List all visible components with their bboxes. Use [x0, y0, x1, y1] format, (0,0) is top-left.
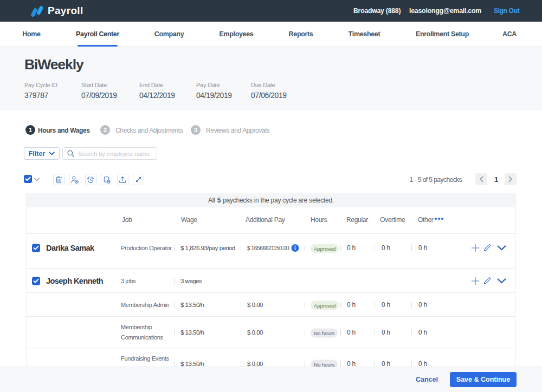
col-header-additional-pay: Additional Pay	[246, 216, 285, 224]
collapse-row-button[interactable]	[497, 278, 506, 284]
additional-pay-cell: $ 0.00	[247, 329, 263, 336]
meta-value-end-date: 04/12/2019	[139, 92, 175, 100]
overtime-hours-cell: 0 h	[382, 244, 390, 252]
column-divider	[340, 330, 341, 336]
nav-item-company[interactable]: Company	[154, 22, 184, 47]
expand-button[interactable]	[133, 174, 144, 185]
other-hours-cell: 0 h	[418, 301, 427, 309]
person-settings-button[interactable]	[69, 174, 80, 185]
additional-pay-cell: $ 0.00	[247, 302, 263, 308]
nav-item-aca[interactable]: ACA	[502, 22, 517, 47]
column-divider	[375, 302, 375, 308]
nav-item-reports[interactable]: Reports	[289, 22, 313, 47]
more-columns-button[interactable]	[435, 215, 443, 223]
employee-name: Darika Samak	[46, 244, 94, 252]
meta-value-pay-date: 04/19/2019	[196, 92, 232, 100]
nav-item-timesheet[interactable]: Timesheet	[349, 22, 380, 47]
additional-pay-cell: $ 16566621150.00	[247, 245, 294, 251]
column-divider	[174, 302, 175, 308]
document-remove-icon	[103, 176, 111, 184]
banner-suffix: paychecks in the pay cycle are selected.	[223, 197, 334, 204]
meta-value-start-date: 07/09/2019	[81, 92, 117, 100]
check-icon	[25, 177, 31, 181]
add-pay-button[interactable]	[471, 277, 480, 285]
upload-button[interactable]	[117, 174, 128, 185]
nav-item-enrollment-setup[interactable]: Enrollment Setup	[416, 22, 469, 47]
no-hours-badge: No hours	[311, 329, 338, 338]
additional-pay-value: $ 16566621150.00	[247, 245, 289, 251]
select-menu-chevron-icon[interactable]	[34, 178, 40, 182]
chevron-down-icon	[497, 278, 506, 284]
status-badge: No hours	[311, 328, 338, 338]
table-row: Joseph Kenneth 3 jobs 3 wages	[27, 269, 515, 293]
job-cell: Fundraising Events	[121, 354, 173, 364]
topbar-right: Broadway (888) leasolongg@email.com Sign…	[0, 0, 542, 22]
info-icon[interactable]	[291, 244, 299, 252]
expand-icon	[135, 176, 142, 183]
column-divider	[241, 302, 241, 308]
column-divider	[375, 361, 375, 367]
row-checkbox[interactable]	[32, 244, 40, 252]
column-divider	[174, 245, 175, 251]
col-header-other: Other	[418, 216, 434, 224]
expand-row-button[interactable]	[497, 245, 506, 251]
nav-item-home[interactable]: Home	[22, 22, 40, 47]
upload-icon	[119, 176, 126, 184]
column-divider	[340, 361, 341, 367]
column-divider	[174, 330, 175, 336]
pager-next-button[interactable]	[505, 173, 517, 185]
pay-cycle-header: BiWeekly Pay Cycle ID Start Date End Dat…	[0, 47, 542, 110]
column-divider	[174, 278, 175, 284]
edit-button[interactable]	[483, 244, 491, 252]
add-pay-button[interactable]	[471, 244, 480, 252]
delete-button[interactable]	[53, 174, 64, 185]
search-input[interactable]	[78, 151, 152, 157]
plus-icon	[471, 244, 480, 252]
step-1-circle: 1	[25, 125, 35, 135]
pager-prev-button[interactable]	[475, 173, 487, 185]
select-all-checkbox[interactable]	[24, 175, 32, 183]
step-2-label: Checks and Adjustments	[115, 127, 183, 134]
regular-hours-cell: 0 h	[347, 244, 356, 252]
main-nav: Home Payroll Center Company Employees Re…	[0, 22, 542, 47]
filter-button[interactable]: Filter	[24, 147, 60, 160]
employee-name: Joseph Kenneth	[46, 277, 103, 285]
edit-button[interactable]	[483, 277, 491, 285]
column-divider	[375, 245, 375, 251]
filter-button-label: Filter	[29, 150, 46, 158]
column-divider	[375, 330, 375, 336]
other-hours-cell: 0 h	[418, 244, 427, 252]
additional-pay-value: $ 0.00	[247, 329, 263, 336]
step-1-label: Hours and Wages	[38, 127, 90, 134]
company-name: Broadway (888)	[353, 7, 401, 15]
additional-pay-value: $ 0.00	[247, 302, 263, 308]
col-header-overtime: Overtime	[380, 216, 405, 224]
column-divider	[241, 330, 241, 336]
col-header-wage: Wage	[181, 216, 197, 224]
regular-hours-cell: 0 h	[347, 301, 356, 309]
alarm-button[interactable]	[85, 174, 96, 185]
sign-out-link[interactable]: Sign Out	[494, 7, 519, 15]
copy-document-button[interactable]	[101, 174, 112, 185]
column-divider	[411, 330, 412, 336]
pencil-icon	[483, 244, 491, 252]
info-icon-cell	[291, 244, 299, 252]
banner-prefix: All	[208, 197, 215, 204]
dot-icon	[435, 218, 437, 220]
meta-label-pay-cycle-id: Pay Cycle ID	[24, 82, 57, 88]
user-email: leasolongg@email.com	[409, 7, 481, 15]
cancel-button[interactable]: Cancel	[416, 376, 438, 383]
column-divider	[305, 361, 305, 367]
chevron-down-icon	[49, 152, 55, 155]
table-row: Darika Samak Production Operator $ 1,826…	[27, 234, 515, 269]
row-checkbox[interactable]	[32, 277, 40, 285]
job-cell: Membership Communications	[121, 322, 173, 343]
save-continue-button[interactable]: Save & Continue	[450, 372, 517, 387]
checkbox-box	[32, 277, 40, 285]
column-divider	[305, 330, 305, 336]
nav-item-payroll-center[interactable]: Payroll Center	[76, 22, 119, 47]
nav-item-employees[interactable]: Employees	[220, 22, 254, 47]
step-3-label: Reviews and Approvals	[206, 127, 269, 134]
regular-hours-cell: 0 h	[347, 329, 356, 336]
column-divider	[305, 245, 305, 251]
